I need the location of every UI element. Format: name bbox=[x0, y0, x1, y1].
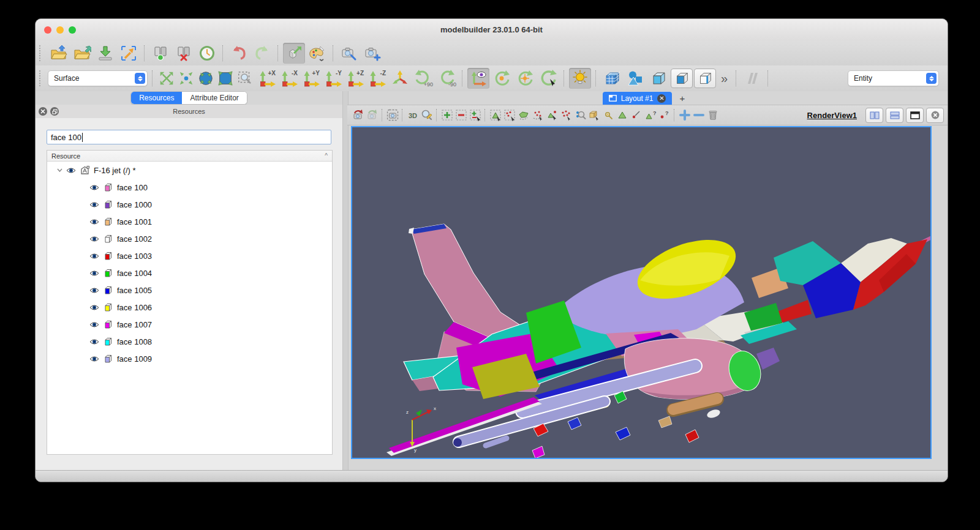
visibility-eye-icon[interactable] bbox=[89, 218, 100, 225]
tree-row[interactable]: face 1002 bbox=[47, 230, 332, 247]
multiblock-inspector-button[interactable] bbox=[601, 68, 623, 89]
tree-row[interactable]: face 1003 bbox=[47, 247, 332, 264]
visibility-eye-icon[interactable] bbox=[89, 287, 100, 294]
rotate-camera-button[interactable] bbox=[491, 68, 513, 89]
rotate-90-cw-button[interactable]: +90 bbox=[412, 68, 434, 89]
select-cells-polygon-button[interactable] bbox=[516, 108, 530, 122]
export-button[interactable] bbox=[94, 43, 116, 64]
remove-view-button[interactable] bbox=[692, 108, 706, 122]
interactive-select-blocks-button[interactable] bbox=[587, 108, 601, 122]
hover-cells-button[interactable] bbox=[615, 108, 629, 122]
visibility-eye-icon[interactable] bbox=[89, 184, 100, 191]
select-cells-rectangle-button[interactable] bbox=[488, 108, 502, 122]
color-palette-button[interactable] bbox=[306, 43, 328, 64]
visibility-eye-icon[interactable] bbox=[66, 167, 77, 174]
visibility-eye-icon[interactable] bbox=[89, 321, 100, 328]
axis-view-button[interactable]: -Z bbox=[366, 68, 388, 89]
tree-row[interactable]: face 1000 bbox=[47, 196, 332, 213]
show-orientation-axes-button[interactable] bbox=[467, 68, 489, 89]
slashes-button[interactable] bbox=[741, 68, 763, 89]
selection-type-select[interactable]: Entity bbox=[848, 70, 939, 86]
fit-sphere-button[interactable] bbox=[197, 68, 215, 89]
capture-screenshot-button[interactable] bbox=[385, 108, 399, 122]
search-input[interactable]: face 100 bbox=[47, 130, 331, 144]
axis-view-button[interactable]: +Z bbox=[344, 68, 366, 89]
disconnect-server-button[interactable] bbox=[173, 43, 195, 64]
tree-root-row[interactable]: F-16 jet (/) * bbox=[47, 162, 332, 179]
maximize-view-button[interactable] bbox=[906, 108, 924, 123]
tree-row[interactable]: face 1008 bbox=[47, 333, 332, 350]
rotate-90-ccw-button[interactable]: -90 bbox=[435, 68, 458, 89]
hover-points-button[interactable] bbox=[601, 108, 615, 122]
visibility-eye-icon[interactable] bbox=[89, 236, 100, 242]
tree-row[interactable]: face 1006 bbox=[47, 299, 332, 316]
tab-attribute-editor[interactable]: Attribute Editor bbox=[182, 92, 246, 104]
tree-row[interactable]: face 1001 bbox=[47, 213, 332, 230]
split-horizontal-button[interactable] bbox=[865, 108, 883, 123]
axis-view-button[interactable]: -X bbox=[277, 68, 300, 89]
show-solid-button[interactable] bbox=[647, 68, 669, 89]
tree-row[interactable]: face 1007 bbox=[47, 316, 332, 333]
toggle-light-button[interactable] bbox=[569, 68, 591, 89]
interaction-mode-button[interactable] bbox=[283, 43, 305, 64]
tab-resources[interactable]: Resources bbox=[131, 92, 182, 104]
axis-view-button[interactable]: +X bbox=[255, 68, 277, 89]
axis-view-button[interactable]: -Y bbox=[322, 68, 344, 89]
toolbar-drag-handle[interactable] bbox=[39, 45, 44, 61]
isometric-view-button[interactable] bbox=[389, 68, 411, 89]
redo-button[interactable] bbox=[251, 43, 273, 64]
zoom-to-data-button[interactable] bbox=[420, 108, 434, 122]
add-view-button[interactable] bbox=[677, 108, 692, 122]
camera-add-button[interactable] bbox=[361, 43, 383, 64]
select-cells-on-button[interactable] bbox=[440, 108, 454, 122]
rotate-pick-center-button[interactable] bbox=[537, 68, 559, 89]
reset-camera-closest-button[interactable] bbox=[365, 108, 379, 122]
close-view-button[interactable] bbox=[926, 108, 944, 123]
expand-view-button[interactable] bbox=[157, 68, 176, 89]
select-point-label-button[interactable] bbox=[629, 108, 643, 122]
grow-shrink-selection-button[interactable] bbox=[468, 108, 482, 122]
render-view-title[interactable]: RenderView1 bbox=[807, 111, 863, 120]
tree-row[interactable]: face 1009 bbox=[47, 350, 332, 367]
camera-zoom-button[interactable] bbox=[338, 43, 360, 64]
select-blocks-button[interactable] bbox=[573, 108, 587, 122]
visibility-eye-icon[interactable] bbox=[89, 201, 100, 208]
expander-chevron-icon[interactable] bbox=[55, 168, 64, 172]
tab-layout-1[interactable]: Layout #1 ✕ bbox=[603, 92, 673, 105]
zoom-box-button[interactable] bbox=[236, 68, 254, 89]
rotate-center-button[interactable] bbox=[514, 68, 536, 89]
zoom-to-selection-button[interactable] bbox=[118, 43, 140, 64]
open-resource-button[interactable] bbox=[48, 43, 70, 64]
connect-server-button[interactable] bbox=[149, 43, 172, 64]
toolbar-overflow-button[interactable]: » bbox=[717, 72, 731, 86]
visibility-eye-icon[interactable] bbox=[89, 253, 100, 259]
representation-select[interactable]: Surface bbox=[48, 70, 148, 86]
select-points-polygon-button[interactable] bbox=[530, 108, 545, 122]
query-cells-button[interactable]: ? bbox=[643, 108, 657, 122]
select-points-cluster-button[interactable] bbox=[559, 108, 573, 122]
tree-row[interactable]: face 100 bbox=[47, 179, 332, 196]
collapse-view-button[interactable] bbox=[177, 68, 195, 89]
reset-camera-button[interactable] bbox=[351, 108, 365, 122]
query-points-button[interactable]: ? bbox=[657, 108, 671, 122]
tree-row[interactable]: face 1004 bbox=[47, 264, 332, 282]
visibility-eye-icon[interactable] bbox=[89, 304, 100, 311]
deselect-button[interactable] bbox=[454, 108, 468, 122]
axis-view-button[interactable]: +Y bbox=[300, 68, 322, 89]
visibility-eye-icon[interactable] bbox=[89, 270, 100, 277]
tree-row[interactable]: face 1005 bbox=[47, 282, 332, 299]
new-layout-tab-button[interactable]: + bbox=[672, 92, 692, 105]
recent-resources-button[interactable] bbox=[196, 43, 218, 64]
tree-column-header[interactable]: Resource ^ bbox=[47, 151, 332, 162]
select-cells-interactive-button[interactable] bbox=[545, 108, 559, 122]
close-tab-icon[interactable]: ✕ bbox=[657, 94, 666, 103]
select-points-rectangle-button[interactable] bbox=[502, 108, 516, 122]
fit-box-button[interactable] bbox=[216, 68, 235, 89]
split-vertical-button[interactable] bbox=[886, 108, 903, 123]
visibility-eye-icon[interactable] bbox=[89, 338, 100, 345]
geometry-inspector-button[interactable] bbox=[624, 68, 646, 89]
show-edges-button[interactable] bbox=[694, 69, 716, 88]
toolbar-drag-handle[interactable] bbox=[39, 70, 44, 86]
toggle-2d3d-button[interactable]: 3D bbox=[405, 108, 420, 122]
render-viewport[interactable]: x z y bbox=[351, 126, 932, 459]
